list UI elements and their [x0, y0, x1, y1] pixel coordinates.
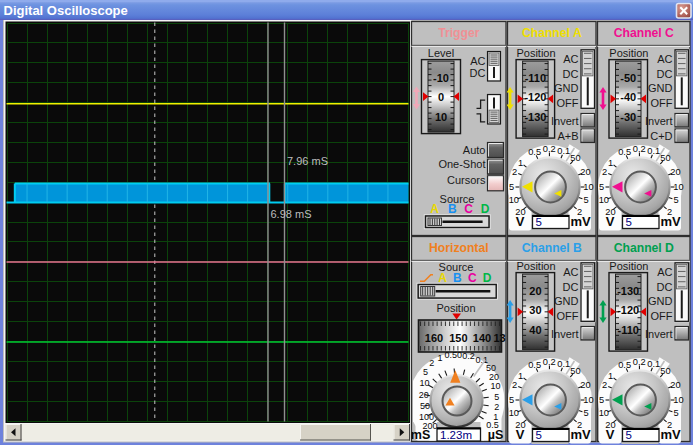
svg-text:50: 50: [420, 401, 430, 411]
svg-text:5: 5: [599, 182, 604, 192]
svg-text:-30: -30: [620, 111, 636, 123]
svg-text:5: 5: [494, 392, 499, 402]
svg-text:AC: AC: [563, 266, 578, 278]
svg-text:10: 10: [490, 381, 500, 391]
svg-text:10: 10: [583, 182, 593, 192]
svg-text:10: 10: [673, 182, 683, 192]
svg-text:6.98 mS: 6.98 mS: [271, 208, 312, 220]
svg-text:10: 10: [509, 408, 519, 418]
svg-text:Invert: Invert: [551, 328, 579, 340]
svg-text:5: 5: [423, 367, 428, 377]
svg-text:AC: AC: [563, 53, 578, 65]
svg-text:50: 50: [660, 153, 670, 163]
svg-text:mV: mV: [570, 427, 591, 442]
svg-text:0.2: 0.2: [543, 144, 556, 154]
svg-text:mV: mV: [660, 427, 681, 442]
svg-text:5: 5: [674, 195, 679, 205]
svg-text:V: V: [606, 427, 615, 442]
svg-text:mS: mS: [411, 428, 430, 442]
svg-text:Channel B: Channel B: [522, 241, 582, 255]
svg-text:0.50: 0.50: [444, 350, 462, 360]
svg-text:B: B: [448, 202, 457, 216]
svg-text:1: 1: [608, 158, 613, 168]
svg-text:V: V: [516, 214, 525, 229]
svg-text:5: 5: [626, 429, 632, 441]
svg-text:A: A: [430, 202, 439, 216]
svg-text:0.2: 0.2: [633, 357, 646, 367]
svg-text:20: 20: [580, 167, 590, 177]
svg-text:GND: GND: [554, 82, 579, 94]
svg-text:50: 50: [570, 153, 580, 163]
svg-text:Position: Position: [516, 260, 555, 272]
svg-text:10: 10: [435, 111, 447, 123]
svg-text:5: 5: [509, 182, 514, 192]
svg-text:5: 5: [536, 216, 542, 228]
svg-text:7.96 mS: 7.96 mS: [287, 155, 328, 167]
svg-text:GND: GND: [648, 82, 673, 94]
svg-text:40: 40: [529, 324, 541, 336]
svg-text:Position: Position: [436, 302, 475, 314]
svg-text:50: 50: [570, 366, 580, 376]
svg-text:GND: GND: [648, 295, 673, 307]
svg-text:Channel D: Channel D: [614, 241, 674, 255]
svg-text:Channel A: Channel A: [522, 26, 582, 40]
svg-text:5: 5: [599, 395, 604, 405]
svg-text:C: C: [464, 202, 473, 216]
svg-text:OFF: OFF: [651, 310, 673, 322]
svg-text:2: 2: [494, 402, 499, 412]
svg-text:V: V: [606, 214, 615, 229]
svg-text:160: 160: [425, 332, 443, 344]
svg-text:-120: -120: [617, 304, 639, 316]
svg-text:DC: DC: [563, 68, 579, 80]
svg-text:2: 2: [429, 358, 434, 368]
svg-text:0.2: 0.2: [462, 351, 475, 361]
svg-text:5: 5: [674, 408, 679, 418]
svg-text:5: 5: [509, 395, 514, 405]
svg-text:0.5: 0.5: [618, 147, 631, 157]
svg-text:Trigger: Trigger: [438, 26, 480, 40]
svg-text:10: 10: [599, 195, 609, 205]
svg-text:20: 20: [529, 285, 541, 297]
svg-text:Invert: Invert: [645, 328, 673, 340]
svg-text:Invert: Invert: [551, 115, 579, 127]
svg-text:D: D: [481, 202, 490, 216]
svg-text:V: V: [516, 427, 525, 442]
svg-text:Channel C: Channel C: [614, 26, 674, 40]
svg-text:13: 13: [493, 332, 505, 344]
svg-text:1.23m: 1.23m: [440, 429, 472, 441]
svg-text:10: 10: [583, 395, 593, 405]
svg-text:-50: -50: [620, 72, 636, 84]
svg-text:Cursors: Cursors: [447, 174, 486, 186]
svg-text:10: 10: [420, 378, 430, 388]
svg-text:5: 5: [584, 408, 589, 418]
svg-text:mV: mV: [660, 214, 681, 229]
svg-text:0.5: 0.5: [528, 360, 541, 370]
svg-text:µS: µS: [488, 428, 504, 442]
svg-text:0.1: 0.1: [647, 146, 660, 156]
svg-text:0.1: 0.1: [557, 146, 570, 156]
svg-text:GND: GND: [554, 295, 579, 307]
svg-text:AC: AC: [657, 266, 672, 278]
svg-text:0.1: 0.1: [557, 359, 570, 369]
svg-text:0.5: 0.5: [618, 360, 631, 370]
svg-text:Horizontal: Horizontal: [429, 241, 489, 255]
svg-text:-10: -10: [433, 72, 449, 84]
svg-text:A+B: A+B: [557, 130, 578, 142]
svg-text:DC: DC: [657, 68, 673, 80]
svg-text:OFF: OFF: [651, 97, 673, 109]
svg-text:Invert: Invert: [645, 115, 673, 127]
svg-text:mV: mV: [570, 214, 591, 229]
svg-text:C+D: C+D: [650, 130, 672, 142]
svg-text:One-Shot: One-Shot: [438, 158, 485, 170]
svg-text:2: 2: [512, 380, 517, 390]
svg-text:2: 2: [512, 167, 517, 177]
svg-text:50: 50: [660, 366, 670, 376]
svg-text:5: 5: [584, 195, 589, 205]
svg-text:20: 20: [580, 380, 590, 390]
svg-text:1: 1: [437, 353, 442, 363]
svg-text:2: 2: [602, 167, 607, 177]
svg-text:0.5: 0.5: [528, 147, 541, 157]
svg-text:AC: AC: [470, 55, 485, 67]
svg-text:150: 150: [449, 332, 467, 344]
svg-text:5: 5: [536, 429, 542, 441]
